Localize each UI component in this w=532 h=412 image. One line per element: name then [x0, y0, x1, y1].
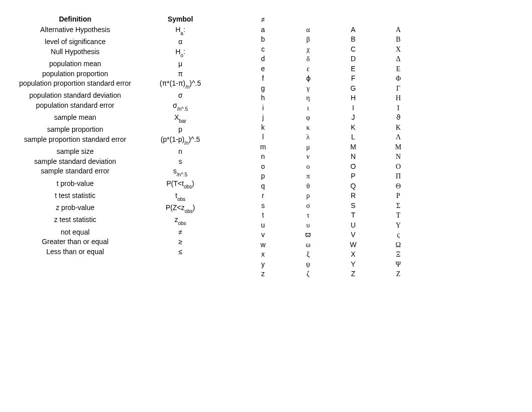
definition-cell: sample standard deviation	[10, 157, 140, 167]
definition-cell: population proportion standard error	[10, 79, 140, 91]
definition-row: Greater than or equal≥	[10, 237, 220, 247]
greek-cell: t	[240, 211, 286, 221]
greek-cell: N	[331, 152, 376, 162]
symbol-cell: ≥	[140, 237, 220, 247]
greek-cell	[376, 15, 421, 25]
symbol-cell: zobs	[140, 215, 220, 227]
symbol-cell: P(Z<zobs)	[140, 203, 220, 215]
greek-cell: ≠	[240, 15, 286, 25]
greek-cell: η	[286, 93, 331, 103]
greek-cell: A	[331, 25, 376, 35]
greek-upper-col: ΑΒΧΔΕΦΓΗΙϑΚΛΜΝΟΠΘΡΣΤΥςΩΞΨΖ	[376, 15, 421, 279]
greek-cell: x	[240, 250, 286, 260]
symbol-cell: σ/n^.5	[140, 101, 220, 113]
definition-cell: sample proportion	[10, 125, 140, 135]
greek-cell: χ	[286, 45, 331, 55]
greek-cell: l	[240, 132, 286, 142]
greek-cell: I	[331, 103, 376, 113]
definition-row: sample sizen	[10, 147, 220, 157]
definition-cell: sample mean	[10, 113, 140, 125]
greek-cell: Μ	[376, 142, 421, 152]
definition-row: sample proportion standard error(p*(1-p)…	[10, 135, 220, 147]
greek-cell: ε	[286, 64, 331, 74]
greek-cell: q	[240, 181, 286, 191]
symbol-cell: Ha:	[140, 25, 220, 37]
greek-cell: E	[331, 64, 376, 74]
greek-cell: ϖ	[286, 230, 331, 240]
greek-lower-col: αβχδεϕγηιφκλμνοπθρστυϖωξψζ	[286, 15, 331, 279]
greek-cell: O	[331, 162, 376, 172]
definition-cell: population standard error	[10, 101, 140, 113]
greek-cell: z	[240, 269, 286, 279]
definition-cell: sample proportion standard error	[10, 135, 140, 147]
greek-cell: Β	[376, 35, 421, 45]
greek-cell: Z	[331, 269, 376, 279]
definition-row: z prob-valueP(Z<zobs)	[10, 203, 220, 215]
greek-cell: Π	[376, 171, 421, 181]
greek-cell: m	[240, 142, 286, 152]
greek-cell: π	[286, 171, 331, 181]
greek-cell: υ	[286, 221, 331, 231]
greek-cell: P	[331, 171, 376, 181]
greek-cell: Σ	[376, 201, 421, 211]
greek-cell: a	[240, 25, 286, 35]
greek-cell: e	[240, 64, 286, 74]
definition-cell: population proportion	[10, 69, 140, 79]
greek-cell: D	[331, 54, 376, 64]
symbol-cell: n	[140, 147, 220, 157]
greek-cell: ψ	[286, 260, 331, 270]
greek-cell: Α	[376, 25, 421, 35]
greek-cell: ϑ	[376, 113, 421, 123]
symbol-cell: tobs	[140, 191, 220, 203]
definition-row: Alternative HypothesisHa:	[10, 25, 220, 37]
greek-cell: L	[331, 132, 376, 142]
definition-cell: sample standard error	[10, 166, 140, 178]
greek-cell: f	[240, 74, 286, 84]
definition-cell: population standard deviation	[10, 91, 140, 101]
symbol-cell: ≤	[140, 247, 220, 257]
greek-cell: α	[286, 25, 331, 35]
definition-table: Definition Symbol Alternative Hypothesis…	[10, 15, 220, 257]
greek-cell: X	[331, 250, 376, 260]
greek-cell: ζ	[286, 269, 331, 279]
greek-cell: R	[331, 191, 376, 201]
greek-cell: κ	[286, 123, 331, 133]
greek-cell: W	[331, 240, 376, 250]
greek-cell: ν	[286, 152, 331, 162]
greek-cell: Ν	[376, 152, 421, 162]
greek-cell: b	[240, 35, 286, 45]
greek-cell: K	[331, 123, 376, 133]
greek-cell: Υ	[376, 221, 421, 231]
symbol-cell: (π*(1-π)/n)^.5	[140, 79, 220, 91]
greek-cell: H	[331, 93, 376, 103]
definition-row: t prob-valueP(T<tobs)	[10, 179, 220, 191]
symbol-cell: (p*(1-p)/n)^.5	[140, 135, 220, 147]
symbol-cell: s	[140, 157, 220, 167]
greek-cell: Κ	[376, 123, 421, 133]
greek-cell: γ	[286, 84, 331, 94]
definition-row: population standard errorσ/n^.5	[10, 101, 220, 113]
greek-cell: c	[240, 45, 286, 55]
greek-cell: Q	[331, 181, 376, 191]
greek-cell: d	[240, 54, 286, 64]
greek-cell: i	[240, 103, 286, 113]
greek-cell: Χ	[376, 45, 421, 55]
greek-cell: ϕ	[286, 74, 331, 84]
definition-row: level of significanceα	[10, 37, 220, 47]
header-definition: Definition	[10, 15, 140, 23]
header-symbol: Symbol	[140, 15, 220, 23]
greek-cell: Ε	[376, 64, 421, 74]
greek-cell: Ρ	[376, 191, 421, 201]
greek-cell: M	[331, 142, 376, 152]
greek-cell: φ	[286, 113, 331, 123]
definition-row: sample standard errors/n^.5	[10, 166, 220, 178]
greek-cell: ω	[286, 240, 331, 250]
definition-row: Null HypothesisHo:	[10, 47, 220, 59]
symbol-cell: ≠	[140, 228, 220, 238]
greek-cell: ρ	[286, 191, 331, 201]
greek-cell: σ	[286, 201, 331, 211]
greek-cell: g	[240, 84, 286, 94]
greek-cell: w	[240, 240, 286, 250]
latin-lower-col: ≠abcdefghijklmnopqrstuvwxyz	[240, 15, 286, 279]
greek-cell: τ	[286, 211, 331, 221]
